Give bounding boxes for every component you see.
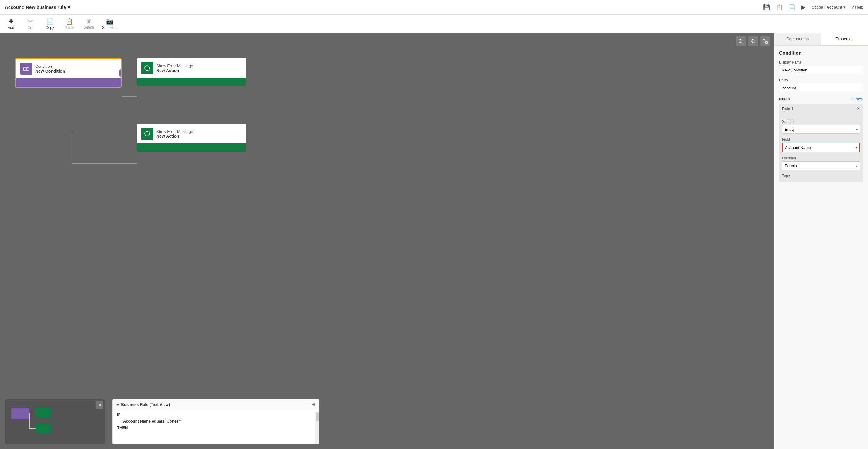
text-view-title: ≡ Business Rule (Text View) <box>116 402 170 407</box>
text-view-expand-button[interactable]: ⊞ <box>312 402 315 407</box>
rule-item-header: Rule 1 ✕ <box>779 104 863 113</box>
zoom-out-button[interactable] <box>736 36 746 46</box>
delete-button[interactable]: 🗑 Delete <box>83 18 95 29</box>
svg-point-22 <box>147 135 147 135</box>
action-text-1: Show Error Message New Action <box>156 63 193 73</box>
snapshot-button[interactable]: 📷 Snapshot <box>102 18 118 30</box>
mini-action-node-2 <box>36 424 51 433</box>
text-if-keyword: IF <box>117 413 121 417</box>
condition-text: Condition New Condition <box>35 64 65 73</box>
text-scrollbar-thumb <box>316 412 318 421</box>
rules-icon[interactable]: 📋 <box>776 4 783 11</box>
action-node-2-header: Show Error Message New Action <box>137 124 246 144</box>
copy-label: Copy <box>45 26 54 30</box>
action-node-2-footer <box>137 144 246 152</box>
rules-title: Rules <box>779 97 789 101</box>
svg-rect-8 <box>766 42 767 43</box>
svg-line-1 <box>742 42 743 44</box>
mini-connector-h2 <box>29 428 36 429</box>
title-bar-left: Account: New business rule ▾ <box>5 5 70 10</box>
text-view-panel: ≡ Business Rule (Text View) ⊞ IF Account… <box>113 399 319 444</box>
operator-select-wrapper: Equals ▾ <box>782 161 860 170</box>
add-label: Add <box>8 26 14 30</box>
condition-node-footer <box>16 79 121 87</box>
connectors-svg <box>0 33 774 449</box>
delete-icon: 🗑 <box>86 18 92 25</box>
operator-select[interactable]: Equals <box>782 161 860 170</box>
mini-map: ⊞ <box>5 399 105 444</box>
entity-label: Entity <box>779 78 863 82</box>
action-name-1: New Action <box>156 68 193 73</box>
action-node-1[interactable]: Show Error Message New Action <box>137 58 246 86</box>
panel-tabs: Components Properties <box>774 33 868 46</box>
check-rule-icon[interactable]: 📄 <box>789 4 795 11</box>
cut-icon: ✂ <box>28 18 33 25</box>
text-view-header: ≡ Business Rule (Text View) ⊞ <box>113 399 319 410</box>
action-node-1-header: Show Error Message New Action <box>137 58 246 78</box>
rule-item-1: Rule 1 ✕ Source Entity ▾ Field <box>779 104 863 182</box>
fit-canvas-button[interactable] <box>761 36 770 46</box>
text-view-body: IF Account Name equals "Jones" THEN <box>113 410 319 442</box>
source-select[interactable]: Entity <box>782 125 860 134</box>
action-name-2: New Action <box>156 134 193 139</box>
field-select[interactable]: Account Name <box>783 144 860 152</box>
zoom-in-button[interactable] <box>748 36 758 46</box>
paste-button[interactable]: 📋 Paste <box>63 18 75 30</box>
title-dropdown-arrow[interactable]: ▾ <box>68 5 70 10</box>
svg-rect-7 <box>763 39 765 41</box>
main-layout: Condition New Condition ✓ ✕ Show Error M… <box>0 33 868 449</box>
text-condition: Account Name equals "Jones" <box>123 419 181 423</box>
action-label-1: Show Error Message <box>156 63 193 68</box>
condition-label: Condition <box>35 64 65 69</box>
play-icon[interactable]: ▶ <box>801 4 806 11</box>
canvas-area[interactable]: Condition New Condition ✓ ✕ Show Error M… <box>0 33 774 449</box>
cut-button[interactable]: ✂ Cut <box>24 18 36 30</box>
source-select-wrapper: Entity ▾ <box>782 125 860 134</box>
snapshot-label: Snapshot <box>102 26 118 30</box>
mini-connector-v <box>29 413 30 429</box>
source-label: Source <box>782 119 860 124</box>
text-scrollbar[interactable] <box>315 412 319 444</box>
action-node-2[interactable]: Show Error Message New Action <box>137 124 246 152</box>
save-icon[interactable]: 💾 <box>763 4 770 11</box>
new-rule-link[interactable]: + New <box>852 97 863 101</box>
copy-button[interactable]: 📄 Copy <box>44 18 56 30</box>
properties-tab[interactable]: Properties <box>821 33 868 45</box>
scope-value[interactable]: Account <box>826 5 842 9</box>
scope-dropdown[interactable]: ▾ <box>843 5 845 9</box>
display-name-label: Display Name <box>779 60 863 64</box>
paste-icon: 📋 <box>66 18 73 25</box>
panel-section-title: Condition <box>779 51 863 56</box>
right-panel: Components Properties Condition Display … <box>774 33 868 449</box>
condition-icon <box>20 63 32 75</box>
copy-icon: 📄 <box>46 18 54 25</box>
title-bar: Account: New business rule ▾ 💾 📋 📄 ▶ Sco… <box>0 0 868 14</box>
snapshot-icon: 📷 <box>106 18 114 25</box>
scope-label: Scope : Account ▾ <box>812 5 845 9</box>
svg-point-19 <box>147 69 147 70</box>
display-name-input[interactable] <box>779 66 863 74</box>
text-then-keyword: THEN <box>117 425 128 430</box>
action-icon-2 <box>141 128 153 140</box>
components-tab[interactable]: Components <box>774 33 821 45</box>
action-node-1-footer <box>137 78 246 86</box>
mini-condition-node <box>11 408 29 419</box>
canvas-controls <box>736 36 770 46</box>
panel-content: Condition Display Name Entity Rules + Ne… <box>774 46 868 188</box>
field-label: Field <box>782 138 860 142</box>
add-button[interactable]: ✚ Add <box>5 18 17 30</box>
type-label: Type <box>782 174 860 178</box>
help-label[interactable]: ? Help <box>851 5 863 9</box>
entity-input[interactable] <box>779 84 863 92</box>
svg-rect-14 <box>23 68 26 70</box>
condition-node[interactable]: Condition New Condition ✓ ✕ <box>15 58 122 88</box>
rule-title: Rule 1 <box>782 107 794 111</box>
paste-label: Paste <box>65 26 74 30</box>
mini-action-node-1 <box>36 408 51 417</box>
condition-name: New Condition <box>35 69 65 73</box>
rule-close-button[interactable]: ✕ <box>857 106 860 111</box>
operator-label: Operator <box>782 156 860 160</box>
svg-rect-15 <box>26 68 29 70</box>
mini-map-expand-button[interactable]: ⊞ <box>96 401 103 409</box>
condition-node-header: Condition New Condition <box>16 59 121 79</box>
